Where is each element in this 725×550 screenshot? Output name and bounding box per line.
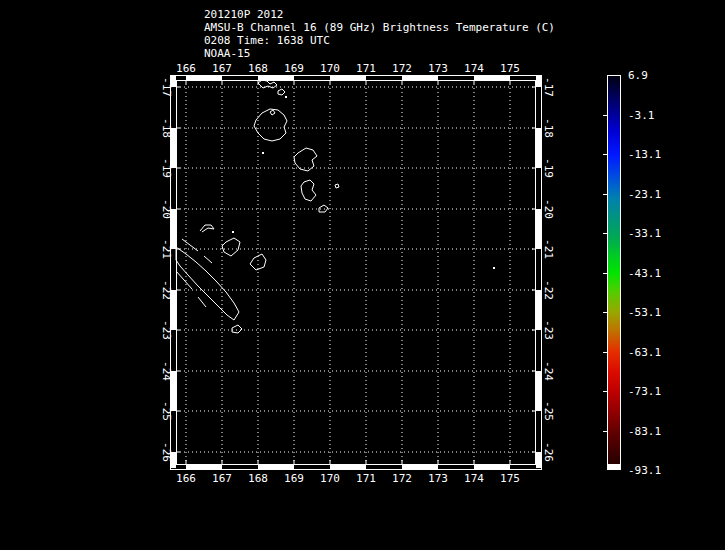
coastline-lifou xyxy=(222,238,240,256)
colorbar-tick-label: -73.1 xyxy=(628,385,661,397)
lon-tick-label: 166 xyxy=(171,62,201,75)
coastline-mare xyxy=(250,254,266,270)
colorbar-tick xyxy=(603,431,607,432)
colorbar-tick-label: -3.1 xyxy=(628,109,655,121)
colorbar-tick-label: -33.1 xyxy=(628,227,661,239)
lat-tick-label: -23 xyxy=(543,315,555,345)
colorbar-tick xyxy=(603,194,607,195)
lat-tick-label: -22 xyxy=(161,275,173,305)
lat-tick-label: -24 xyxy=(161,356,173,386)
colorbar-tick-label: -43.1 xyxy=(628,267,661,279)
islet-dot xyxy=(493,267,495,269)
colorbar-tick-label: -53.1 xyxy=(628,306,661,318)
satellite-name: NOAA-15 xyxy=(204,47,555,60)
lat-tick-label: -26 xyxy=(161,437,173,467)
lon-tick-label: 173 xyxy=(423,62,453,75)
colorbar-tick-label: -83.1 xyxy=(628,425,661,437)
coastline-reef xyxy=(182,239,212,263)
lon-tick-label: 170 xyxy=(315,62,345,75)
lon-tick-label: 171 xyxy=(351,472,381,485)
lon-tick-label: 175 xyxy=(495,62,525,75)
lon-tick-label: 172 xyxy=(387,472,417,485)
product-title: AMSU-B Channel 16 (89 GHz) Brightness Te… xyxy=(204,21,555,34)
lon-tick-label: 168 xyxy=(243,472,273,485)
coastline-islet xyxy=(278,89,285,95)
lat-tick-label: -19 xyxy=(161,153,173,183)
coastline-futuna xyxy=(335,184,339,188)
storm-id: 201210P 2012 xyxy=(204,8,555,21)
lon-tick-label: 168 xyxy=(243,62,273,75)
lon-tick-label: 167 xyxy=(207,62,237,75)
colorbar-tick xyxy=(603,154,607,155)
lon-tick-label: 173 xyxy=(423,472,453,485)
lat-tick-label: -23 xyxy=(161,315,173,345)
lon-tick-label: 170 xyxy=(315,472,345,485)
lat-tick-label: -18 xyxy=(543,113,555,143)
lon-tick-label: 174 xyxy=(459,62,489,75)
coastline-islet xyxy=(270,110,275,115)
lon-tick-label: 171 xyxy=(351,62,381,75)
lat-tick-label: -20 xyxy=(543,194,555,224)
coastline-grande-terre xyxy=(176,247,239,320)
coastline-ouvea xyxy=(200,225,214,232)
lat-tick-label: -26 xyxy=(543,437,555,467)
graticule-meridians xyxy=(186,80,510,464)
colorbar-tick xyxy=(603,352,607,353)
lat-tick-label: -17 xyxy=(161,72,173,102)
lat-tick-label: -25 xyxy=(161,396,173,426)
lon-tick-label: 175 xyxy=(495,472,525,485)
lat-tick-label: -21 xyxy=(161,234,173,264)
colorbar xyxy=(607,75,621,470)
coastlines xyxy=(176,80,495,333)
lat-tick-label: -18 xyxy=(161,113,173,143)
map-canvas xyxy=(170,75,542,470)
colorbar-tick xyxy=(603,233,607,234)
lat-tick-label: -22 xyxy=(543,275,555,305)
lon-tick-label: 169 xyxy=(279,472,309,485)
coastline-tanna xyxy=(301,180,316,201)
colorbar-tick-label: -13.1 xyxy=(628,148,661,160)
coastline-efate xyxy=(254,109,287,141)
graticule-parallels xyxy=(176,87,536,452)
lon-tick-label: 166 xyxy=(171,472,201,485)
colorbar-tick xyxy=(603,391,607,392)
colorbar-tick xyxy=(603,115,607,116)
coastline-erromango xyxy=(294,148,317,171)
colorbar-tick-label: -93.1 xyxy=(628,464,661,476)
lon-tick-label: 167 xyxy=(207,472,237,485)
islet-dot xyxy=(232,231,234,233)
colorbar-tick-label: -23.1 xyxy=(628,188,661,200)
datetime-line: 0208 Time: 1638 UTC xyxy=(204,34,555,47)
lat-tick-label: -17 xyxy=(543,72,555,102)
colorbar-gradient xyxy=(608,76,620,469)
coastline-isle-of-pines xyxy=(232,325,242,333)
axis-tick-marks xyxy=(176,80,536,464)
lon-tick-label: 172 xyxy=(387,62,417,75)
lon-tick-label: 169 xyxy=(279,62,309,75)
lat-tick-label: -20 xyxy=(161,194,173,224)
lat-tick-label: -25 xyxy=(543,396,555,426)
colorbar-tick xyxy=(603,273,607,274)
lon-tick-label: 174 xyxy=(459,472,489,485)
lat-tick-label: -24 xyxy=(543,356,555,386)
title-block: 201210P 2012 AMSU-B Channel 16 (89 GHz) … xyxy=(204,8,555,60)
islet-dot xyxy=(285,96,287,98)
lat-tick-label: -21 xyxy=(543,234,555,264)
lat-tick-label: -19 xyxy=(543,153,555,183)
colorbar-tick-label: 6.9 xyxy=(628,69,648,81)
islet-dot xyxy=(262,152,264,154)
colorbar-tick xyxy=(603,312,607,313)
colorbar-tick-label: -63.1 xyxy=(628,346,661,358)
